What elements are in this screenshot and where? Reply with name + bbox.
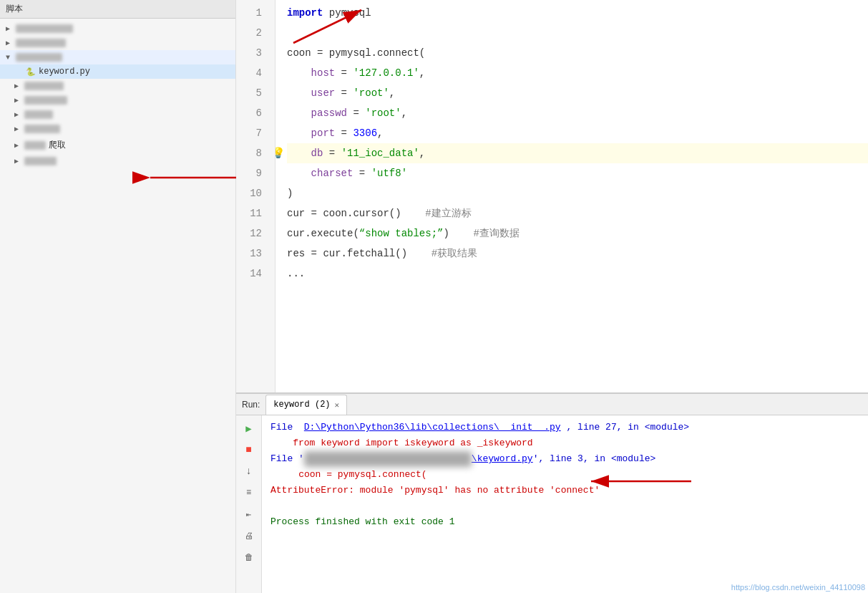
main-area: 脚本 ▶ ▶ ▼ 🐍 keyword.py (0, 0, 868, 593)
blurred-label-1 (16, 24, 73, 33)
token-execute: cur.execute( (287, 223, 359, 244)
sidebar-item-1[interactable]: ▶ (0, 21, 235, 36)
token-ellipsis: ... (287, 264, 305, 284)
line-num-2: 2 (236, 23, 268, 43)
line-num-10: 10 (236, 183, 268, 203)
token-db-val: '11_ioc_data' (341, 143, 419, 163)
line-numbers: 1 2 3 4 5 6 7 8 9 10 11 12 13 14 (236, 0, 275, 392)
blurred-label-3 (16, 53, 62, 62)
output-text-3b: ', line 3, in <module> (533, 451, 656, 467)
output-line-3: File ' \keyword.py ', line 3, in <module… (270, 451, 859, 467)
sidebar-item-5[interactable]: ▶ (0, 93, 235, 107)
line-num-12: 12 (236, 223, 268, 244)
line-num-14: 14 (236, 264, 268, 284)
token-passwd-val: 'root' (365, 103, 401, 123)
line-num-13: 13 (236, 244, 268, 264)
run-scroll-button[interactable]: ≡ (240, 484, 258, 501)
run-print-button[interactable]: 🖨 (240, 527, 258, 544)
output-line-6 (270, 498, 859, 514)
token-comma5: , (389, 83, 395, 103)
line-num-1: 1 (236, 3, 268, 23)
run-play-button[interactable]: ▶ (240, 420, 258, 437)
token-import: import (287, 3, 323, 23)
run-panel-header: Run: keyword (2) ✕ (236, 394, 868, 415)
code-line-10: ) (287, 183, 868, 203)
lightbulb-icon: 💡 (275, 143, 285, 163)
token-eq5: = (335, 83, 353, 103)
run-stop-button[interactable]: ■ (240, 441, 258, 458)
sidebar-file-keyword[interactable]: 🐍 keyword.py (0, 64, 235, 79)
token-eq4: = (335, 63, 353, 83)
output-line-2: from keyword import iskeyword as _iskeyw… (270, 435, 859, 451)
sidebar: 脚本 ▶ ▶ ▼ 🐍 keyword.py (0, 0, 236, 593)
run-tab-label: keyword (2) (273, 400, 330, 410)
token-execute-close: ) (443, 223, 473, 244)
output-line-4: coon = pymysql.connect( (270, 467, 859, 483)
output-text-1: File (270, 420, 304, 435)
collapse-arrow-4: ▶ (14, 82, 24, 90)
sidebar-content: ▶ ▶ ▼ 🐍 keyword.py ▶ (0, 19, 235, 593)
token-comment13: #获取结果 (431, 244, 477, 264)
sidebar-item-expanded[interactable]: ▼ (0, 50, 235, 64)
sidebar-item-8[interactable]: ▶ (0, 154, 235, 168)
output-text-7: Process finished with exit code 1 (270, 514, 454, 530)
code-line-1: import pymysql (287, 3, 868, 23)
sidebar-item-patake[interactable]: ▶ 爬取 (0, 136, 235, 154)
token-host-param: host (287, 63, 335, 83)
output-link-1[interactable]: D:\Python\Python36\lib\collections\__ini… (304, 420, 561, 435)
blurred-label-4 (24, 82, 64, 90)
code-line-12: cur.execute(“show tables;”) #查询数据 (287, 223, 868, 244)
token-execute-str: “show tables;” (359, 223, 444, 244)
code-view: 1 2 3 4 5 6 7 8 9 10 11 12 13 14 (236, 0, 868, 392)
run-panel: Run: keyword (2) ✕ ▶ ■ ↓ ≡ ⇤ 🖨 🗑 (236, 392, 868, 593)
file-label-keyword: keyword.py (39, 67, 90, 77)
editor-area: 1 2 3 4 5 6 7 8 9 10 11 12 13 14 (236, 0, 868, 593)
sidebar-item-2[interactable]: ▶ (0, 36, 235, 50)
run-tab-close[interactable]: ✕ (335, 400, 340, 410)
code-line-5: user = 'root', (287, 83, 868, 103)
token-coon-connect: coon = pymysql.connect( (287, 43, 425, 63)
line-num-4: 4 (236, 63, 268, 83)
token-db-param: db (287, 143, 323, 163)
token-eq6: = (347, 103, 365, 123)
blurred-label-9 (24, 157, 57, 165)
run-label: Run: (242, 400, 260, 410)
output-text-5: AttributeError: module 'pymysql' has no … (270, 483, 600, 498)
run-toolbar: ▶ ■ ↓ ≡ ⇤ 🖨 🗑 (236, 415, 262, 593)
token-comma6: , (401, 103, 407, 123)
token-charset-param: charset (287, 163, 353, 183)
run-indent-button[interactable]: ⇤ (240, 506, 258, 523)
run-output-wrapper: File D:\Python\Python36\lib\collections\… (262, 415, 868, 593)
collapse-arrow-6: ▶ (14, 110, 24, 119)
blurred-label-2 (16, 39, 66, 47)
token-port-val: 3306 (353, 123, 377, 143)
token-charset-val: 'utf8' (371, 163, 407, 183)
token-eq8: = (323, 143, 341, 163)
run-trash-button[interactable]: 🗑 (240, 549, 258, 566)
token-user-val: 'root' (353, 83, 389, 103)
sidebar-item-6[interactable]: ▶ (0, 107, 235, 122)
code-lines: import pymysql coon = pymysql.connect( h… (275, 0, 868, 392)
output-line-7: Process finished with exit code 1 (270, 514, 859, 530)
code-line-13: res = cur.fetchall() #获取结果 (287, 244, 868, 264)
sidebar-item-4[interactable]: ▶ (0, 79, 235, 93)
token-port-param: port (287, 123, 335, 143)
token-host-val: '127.0.0.1' (353, 63, 419, 83)
code-line-2 (287, 23, 868, 43)
code-line-6: passwd = 'root', (287, 103, 868, 123)
line-num-11: 11 (236, 203, 268, 223)
blurred-label-7 (24, 125, 60, 133)
output-blurred-path (304, 451, 472, 467)
collapse-arrow-8: ▶ (14, 141, 24, 150)
run-tab-keyword[interactable]: keyword (2) ✕ (265, 395, 347, 415)
blurred-label-8 (24, 141, 46, 150)
token-close-paren: ) (287, 183, 293, 203)
collapse-arrow-2: ▶ (6, 39, 16, 47)
line-num-6: 6 (236, 103, 268, 123)
token-comment12: #查询数据 (473, 223, 519, 244)
output-link-3[interactable]: \keyword.py (472, 451, 533, 467)
run-scroll-down-button[interactable]: ↓ (240, 463, 258, 480)
token-comment11: #建立游标 (425, 203, 471, 223)
output-text-4: coon = pymysql.connect( (276, 467, 427, 483)
sidebar-item-7[interactable]: ▶ (0, 122, 235, 136)
